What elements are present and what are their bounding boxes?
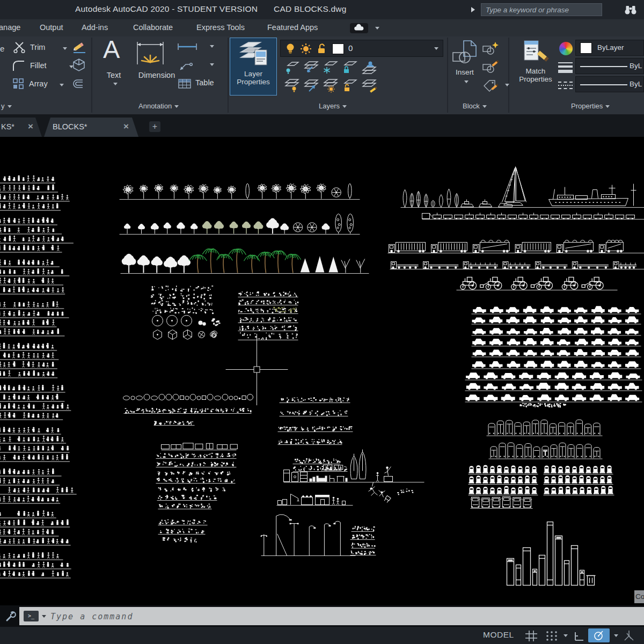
tab-close-icon[interactable]: × — [123, 121, 129, 132]
tab-close-icon[interactable]: × — [28, 121, 33, 132]
block-attributes-icon[interactable] — [482, 77, 499, 92]
trim-scissors-icon[interactable] — [13, 41, 26, 54]
grid-display-icon[interactable] — [525, 630, 538, 642]
insert-dropdown-icon — [464, 80, 469, 83]
command-history-icon[interactable] — [42, 615, 46, 618]
create-block-icon[interactable] — [482, 41, 499, 56]
status-bar: MODEL — [0, 627, 644, 644]
match-properties-button[interactable]: Match Properties — [513, 38, 558, 96]
array-button[interactable]: Array — [29, 79, 48, 88]
leader-dropdown-icon[interactable] — [210, 63, 214, 66]
offset-icon[interactable] — [72, 77, 86, 90]
cloud-connect-icon[interactable] — [350, 23, 368, 33]
block-panel-label[interactable]: Block — [463, 102, 487, 110]
layer-previous-icon[interactable] — [361, 78, 378, 93]
dim-dropdown-icon[interactable] — [210, 45, 214, 48]
isodraft-icon[interactable] — [623, 630, 635, 642]
help-search-input[interactable] — [481, 3, 602, 16]
layer-match-icon[interactable] — [303, 78, 319, 93]
layer-selector[interactable]: 0 — [280, 40, 443, 57]
layer-dropdown-icon[interactable] — [434, 47, 438, 50]
ortho-mode-icon[interactable] — [573, 631, 585, 641]
linear-dimension-icon[interactable] — [177, 43, 197, 50]
lineweight-sample — [580, 66, 627, 67]
polar-tracking-button[interactable] — [588, 628, 610, 642]
layer-isolate-icon[interactable] — [283, 60, 299, 75]
app-title: Autodesk AutoCAD 2020 - STUDENT VERSION — [75, 4, 258, 13]
table-button[interactable]: Table — [195, 78, 214, 87]
autocad-app: { "title_bar": { "app_title": "Autodesk … — [0, 0, 644, 644]
tab-featured-apps[interactable]: Featured Apps — [267, 23, 318, 32]
dimension-tool-icon[interactable] — [134, 40, 166, 68]
trim-button[interactable]: Trim — [30, 43, 45, 52]
layer-walk-icon[interactable] — [361, 60, 378, 75]
layer-unlock-icon[interactable] — [316, 42, 327, 55]
linetype-dropdown[interactable]: ByL — [575, 76, 644, 92]
layer-properties-button[interactable]: Layer Properties — [230, 38, 277, 96]
customize-wrench-icon[interactable] — [5, 610, 17, 622]
modify-panel-label[interactable]: y — [1, 102, 12, 110]
command-bar[interactable]: >_ — [19, 607, 644, 625]
trim-dropdown-icon[interactable] — [63, 47, 67, 50]
tab-manage[interactable]: anage — [0, 23, 20, 32]
dimension-button[interactable]: Dimension — [128, 71, 186, 79]
model-space-button[interactable]: MODEL — [483, 630, 514, 640]
linetype-value: ByL — [630, 80, 642, 88]
fillet-arc-icon[interactable] — [12, 59, 26, 72]
command-input[interactable] — [49, 607, 588, 626]
text-button[interactable]: Text — [101, 71, 127, 79]
tab-add-ins[interactable]: Add-ins — [82, 23, 108, 32]
lineweight-icon[interactable] — [558, 62, 573, 63]
properties-panel-label[interactable]: Properties — [571, 102, 610, 110]
file-tab-inactive[interactable]: KS* × — [0, 118, 42, 137]
layer-on-off-icon[interactable] — [283, 78, 299, 93]
block-dropdown-icon[interactable] — [505, 84, 509, 86]
snap-dropdown-icon[interactable] — [564, 634, 568, 637]
erase-pencil-icon[interactable] — [72, 40, 87, 55]
binoculars-search-icon[interactable] — [624, 4, 638, 16]
object-color-dropdown[interactable]: ByLayer — [575, 40, 644, 56]
search-expand-icon[interactable] — [471, 7, 475, 12]
annotation-panel-label[interactable]: Annotation — [138, 102, 179, 110]
layer-unlock-all-icon[interactable] — [341, 78, 357, 93]
tab-collaborate[interactable]: Collaborate — [133, 23, 173, 32]
leader-icon[interactable] — [178, 60, 193, 72]
layer-lock-icon[interactable] — [341, 60, 357, 75]
layer-properties-label-1: Layer — [230, 70, 276, 78]
array-icon[interactable] — [12, 77, 25, 90]
snap-mode-icon[interactable] — [545, 630, 558, 642]
chevron-down-icon[interactable] — [375, 27, 379, 30]
tab-output[interactable]: Output — [40, 23, 63, 32]
text-tool-icon[interactable]: A — [103, 34, 120, 64]
table-icon[interactable] — [178, 78, 191, 89]
tab-express-tools[interactable]: Express Tools — [196, 23, 245, 32]
insert-block-button[interactable]: Insert — [450, 38, 480, 96]
linetype-icon[interactable] — [558, 82, 573, 83]
lineweight-dropdown[interactable]: ByL — [575, 58, 644, 74]
layer-thaw-sun-icon[interactable] — [300, 43, 312, 55]
ribbon-tab-bar: anage Output Add-ins Collaborate Express… — [0, 19, 644, 36]
drawing-canvas[interactable] — [0, 137, 644, 605]
lineweight-icon — [558, 65, 573, 68]
explode-cube-icon[interactable] — [72, 58, 86, 72]
panel-divider — [91, 38, 92, 113]
polar-tracking-icon — [588, 628, 610, 642]
array-dropdown-icon[interactable] — [60, 84, 64, 86]
layer-color-swatch[interactable] — [332, 43, 344, 54]
fillet-button[interactable]: Fillet — [30, 61, 47, 70]
layer-thaw-all-icon[interactable] — [322, 78, 338, 93]
file-tab-active[interactable]: BLOCKS* × — [44, 118, 138, 137]
layers-panel-label[interactable]: Layers — [319, 102, 347, 110]
layer-freeze-icon[interactable] — [322, 60, 338, 75]
linetype-icon — [558, 88, 573, 89]
new-tab-button[interactable]: + — [149, 121, 160, 132]
ribbon: e Trim Fillet Array y A Text — [0, 36, 644, 114]
text-dropdown-icon[interactable] — [113, 83, 118, 85]
layer-on-bulb-icon[interactable] — [285, 42, 296, 55]
polar-dropdown-icon[interactable] — [614, 634, 618, 637]
layer-move-down-icon[interactable] — [303, 60, 319, 75]
color-wheel-icon[interactable] — [559, 42, 573, 55]
command-terminal-icon[interactable]: >_ — [24, 611, 39, 621]
edit-block-icon[interactable] — [482, 59, 499, 74]
layer-properties-icon — [238, 40, 269, 67]
